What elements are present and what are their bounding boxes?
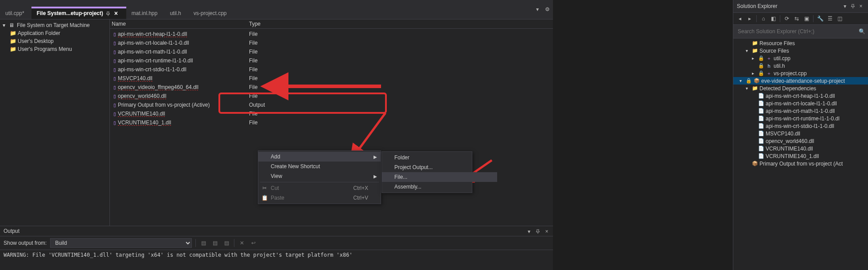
output-tool-icon[interactable]: ▤	[199, 239, 207, 247]
dropdown-icon[interactable]: ▾	[841, 3, 849, 10]
showall-icon[interactable]: ◫	[836, 15, 844, 23]
se-node-vs-project-cpp[interactable]: ▸🔒+ vs-project.cpp	[733, 69, 868, 77]
ctx-add-folder[interactable]: Folder	[382, 153, 497, 162]
file-type: File	[249, 93, 257, 99]
lock-icon: 🔒	[758, 55, 764, 62]
output-tool-icon[interactable]: ▤	[211, 239, 219, 247]
pin-icon[interactable]	[849, 3, 856, 10]
file-icon: ▯	[112, 32, 118, 37]
list-item[interactable]: ▯api-ms-win-crt-stdio-l1-1-0.dllFile	[110, 65, 553, 74]
chevron-down-icon[interactable]: ▾	[746, 48, 750, 53]
se-node-dep[interactable]: ▸📄api-ms-win-crt-locale-l1-1-0.dll	[733, 100, 868, 107]
chevron-down-icon[interactable]: ▾	[746, 86, 750, 91]
ctx-label: Assembly...	[394, 184, 421, 190]
output-clear-icon[interactable]: ✕	[238, 239, 246, 247]
output-tool-icon[interactable]: ▤	[222, 239, 230, 247]
ctx-add-file[interactable]: File...	[382, 172, 497, 182]
ctx-add-assembly[interactable]: Assembly...	[382, 182, 497, 192]
list-item[interactable]: ▯VCRUNTIME140.dllFile	[110, 109, 553, 118]
close-icon[interactable]: ×	[857, 3, 864, 10]
tab-util-cpp[interactable]: util.cpp*	[0, 7, 31, 19]
se-node-dep[interactable]: ▸📄VCRUNTIME140.dll	[733, 145, 868, 152]
collapse-icon[interactable]: ▣	[802, 15, 810, 23]
list-item[interactable]: ▯api-ms-win-crt-heap-l1-1-0.dllFile	[110, 30, 553, 39]
ctx-view[interactable]: View ▶	[258, 171, 381, 181]
list-item[interactable]: ▯api-ms-win-crt-locale-l1-1-0.dllFile	[110, 39, 553, 47]
ctx-paste[interactable]: 📋 Paste Ctrl+V	[258, 193, 381, 203]
se-label: api-ms-win-crt-math-l1-1-0.dll	[766, 108, 835, 114]
file-type: Output	[249, 102, 265, 108]
file-icon: ▯	[112, 120, 118, 125]
tree-user-desktop[interactable]: 📁 User's Desktop	[0, 37, 109, 45]
output-body[interactable]: WARNING: File 'VCRUNTIME140_1.dll' targe…	[0, 250, 553, 270]
ctx-cut[interactable]: ✂ Cut Ctrl+X	[258, 183, 381, 193]
output-dropdown-icon[interactable]: ▾	[525, 228, 533, 235]
output-source-select[interactable]: Build	[50, 238, 192, 248]
list-item[interactable]: ▯api-ms-win-crt-math-l1-1-0.dllFile	[110, 47, 553, 56]
tree-application-folder[interactable]: 📁 Application Folder	[0, 29, 109, 37]
search-input[interactable]	[735, 27, 857, 36]
se-label: api-ms-win-crt-runtime-l1-1-0.dl	[766, 116, 840, 122]
se-node-resource-files[interactable]: ▸📁 Resource Files	[733, 39, 868, 47]
se-node-dep[interactable]: ▸📄opencv_world460.dll	[733, 137, 868, 145]
close-icon[interactable]: ×	[543, 228, 550, 235]
output-wrap-icon[interactable]: ↩	[249, 239, 257, 247]
wrench-icon[interactable]: 🔧	[816, 15, 824, 23]
se-label: opencv_world460.dll	[766, 138, 814, 144]
se-node-dep[interactable]: ▸📄VCRUNTIME140_1.dll	[733, 152, 868, 160]
file-icon: ▯	[112, 85, 118, 90]
se-node-primary-output[interactable]: ▸📦Primary Output from vs-project (Act	[733, 160, 868, 167]
ctx-add-project-output[interactable]: Project Output...	[382, 162, 497, 172]
gear-icon[interactable]: ⚙	[543, 5, 551, 13]
se-node-dep[interactable]: ▸📄api-ms-win-crt-heap-l1-1-0.dll	[733, 92, 868, 100]
output-toolbar: Show output from: Build ▤ ▤ ▤ ✕ ↩	[0, 236, 553, 250]
list-item[interactable]: ▯api-ms-win-crt-runtime-l1-1-0.dllFile	[110, 56, 553, 65]
file-name: MSVCP140.dll	[118, 75, 249, 81]
se-node-dep[interactable]: ▸📄api-ms-win-crt-stdio-l1-1-0.dll	[733, 122, 868, 130]
column-header-type[interactable]: Type	[249, 21, 551, 27]
tab-mat-inl[interactable]: mat.inl.hpp	[126, 7, 165, 19]
se-node-setup-project[interactable]: ▾🔒📦 eve-video-attendance-setup-project	[733, 77, 868, 85]
ctx-label: Paste	[271, 195, 284, 201]
list-item[interactable]: ▯VCRUNTIME140_1.dllFile	[110, 118, 553, 127]
forward-icon[interactable]: ▸	[746, 15, 754, 23]
se-node-detected-deps[interactable]: ▾📁 Detected Dependencies	[733, 85, 868, 92]
pin-icon[interactable]	[534, 228, 541, 235]
ctx-new-shortcut[interactable]: Create New Shortcut	[258, 162, 381, 171]
refresh-icon[interactable]: ⟳	[783, 15, 791, 23]
chevron-right-icon[interactable]: ▸	[752, 56, 756, 61]
chevron-down-icon[interactable]: ▾	[740, 78, 744, 83]
se-node-dep[interactable]: ▸📄api-ms-win-crt-runtime-l1-1-0.dl	[733, 115, 868, 122]
sync-icon[interactable]: ⇆	[793, 15, 801, 23]
list-item[interactable]: ▯opencv_world460.dllFile	[110, 92, 553, 100]
search-icon[interactable]: 🔍	[857, 28, 866, 35]
close-icon[interactable]: ×	[113, 10, 119, 16]
tab-vs-project[interactable]: vs-project.cpp	[188, 7, 234, 19]
list-item[interactable]: ▯opencv_videoio_ffmpeg460_64.dllFile	[110, 83, 553, 92]
file-type: File	[249, 111, 257, 117]
ctx-add[interactable]: Add ▶	[258, 152, 381, 162]
list-item[interactable]: ▯MSVCP140.dllFile	[110, 74, 553, 83]
se-node-dep[interactable]: ▸📄api-ms-win-crt-math-l1-1-0.dll	[733, 107, 868, 115]
se-node-source-files[interactable]: ▾📁 Source Files	[733, 47, 868, 54]
tab-overflow-icon[interactable]: ▾	[533, 5, 541, 13]
tree-root[interactable]: ▾ 🖥 File System on Target Machine	[0, 21, 109, 29]
tree-programs-menu[interactable]: 📁 User's Programs Menu	[0, 45, 109, 53]
se-label: Source Files	[759, 48, 789, 54]
switch-views-icon[interactable]: ◧	[769, 15, 777, 23]
back-icon[interactable]: ◂	[736, 15, 744, 23]
tab-filesystem[interactable]: File System...etup-project) ×	[31, 7, 126, 19]
pin-icon[interactable]	[106, 11, 110, 15]
tab-util-h[interactable]: util.h	[164, 7, 188, 19]
properties-icon[interactable]: ☰	[826, 15, 834, 23]
chevron-down-icon[interactable]: ▾	[3, 22, 7, 28]
list-item[interactable]: ▯Primary Output from vs-project (Active)…	[110, 100, 553, 109]
output-title: Output	[4, 228, 19, 234]
se-node-util-h[interactable]: ▸🔒h util.h	[733, 62, 868, 69]
column-header-name[interactable]: Name	[112, 21, 249, 27]
chevron-right-icon[interactable]: ▸	[752, 71, 756, 76]
se-label: api-ms-win-crt-stdio-l1-1-0.dll	[766, 123, 834, 129]
se-node-dep[interactable]: ▸📄MSVCP140.dll	[733, 130, 868, 137]
se-node-util-cpp[interactable]: ▸🔒+ util.cpp	[733, 54, 868, 62]
home-icon[interactable]: ⌂	[759, 15, 767, 23]
